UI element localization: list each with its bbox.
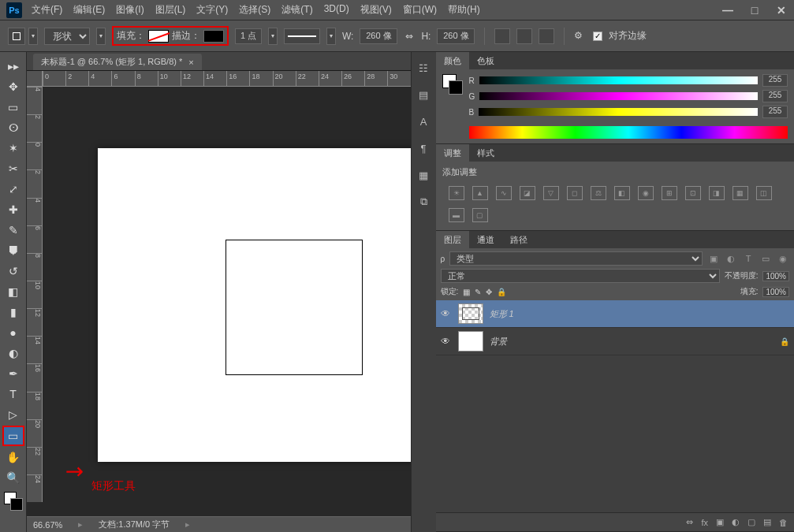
filter-type-icon[interactable]: T <box>742 252 755 265</box>
tool-preset-dropdown[interactable]: ▾ <box>28 28 38 45</box>
adj-poster-icon[interactable]: ▦ <box>732 186 748 200</box>
pen-tool[interactable]: ✒ <box>4 364 23 383</box>
menu-select[interactable]: 选择(S) <box>239 3 270 17</box>
stroke-swatch[interactable] <box>203 30 224 43</box>
tool-preset-icon[interactable] <box>8 28 25 45</box>
dodge-tool[interactable]: ◐ <box>4 344 23 363</box>
layer-row[interactable]: 👁 背景 🔒 <box>436 328 795 355</box>
brushes-icon[interactable]: ▦ <box>416 167 431 183</box>
menu-text[interactable]: 文字(Y) <box>196 3 228 17</box>
fg-bg-swatches[interactable] <box>442 74 463 95</box>
stroke-style-preview[interactable] <box>284 28 320 44</box>
rectangle-tool[interactable]: ▭ <box>2 426 24 446</box>
move-tool[interactable]: ✥ <box>4 77 23 96</box>
adj-exposure-icon[interactable]: ◪ <box>520 186 535 200</box>
adj-gradient-icon[interactable]: ▬ <box>449 208 464 222</box>
color-swatches[interactable] <box>4 492 23 511</box>
lock-pos-icon[interactable]: ✥ <box>486 288 492 296</box>
lock-all-icon[interactable]: 🔒 <box>497 288 506 296</box>
maximize-button[interactable]: □ <box>748 4 761 17</box>
ruler-horizontal[interactable]: 024681012141618202224262830 <box>43 71 411 87</box>
menu-help[interactable]: 帮助(H) <box>448 3 480 17</box>
r-value[interactable]: 255 <box>762 74 788 87</box>
align-edges-checkbox[interactable]: ✓ <box>593 32 602 41</box>
layer-mask-icon[interactable]: ▣ <box>716 517 724 527</box>
tab-paths[interactable]: 路径 <box>502 231 535 249</box>
blend-mode-select[interactable]: 正常 <box>441 269 720 283</box>
brush-tool[interactable]: ✎ <box>4 221 23 240</box>
magic-wand-tool[interactable]: ✶ <box>4 139 23 158</box>
fill-opacity-value[interactable]: 100% <box>762 287 789 297</box>
width-input[interactable] <box>360 28 397 44</box>
adj-bw-icon[interactable]: ◧ <box>614 186 630 200</box>
eyedropper-tool[interactable]: ⤢ <box>4 180 23 199</box>
menu-image[interactable]: 图像(I) <box>116 3 144 17</box>
tab-channels[interactable]: 通道 <box>469 231 502 249</box>
layer-thumbnail[interactable] <box>458 303 483 324</box>
expand-icon[interactable]: ▸▸ <box>4 57 23 76</box>
adj-curves-icon[interactable]: ∿ <box>496 186 512 200</box>
layer-thumbnail[interactable] <box>458 331 483 352</box>
crop-tool[interactable]: ✂ <box>4 159 23 178</box>
filter-adjust-icon[interactable]: ◐ <box>725 252 737 265</box>
link-layers-icon[interactable]: ⇔ <box>686 517 693 527</box>
menu-file[interactable]: 文件(F) <box>32 3 62 17</box>
height-input[interactable] <box>437 28 475 44</box>
adj-balance-icon[interactable]: ⚖ <box>591 186 606 200</box>
g-value[interactable]: 255 <box>762 90 788 102</box>
opacity-value[interactable]: 100% <box>762 271 789 281</box>
history-brush-tool[interactable]: ↺ <box>4 262 23 281</box>
adj-hue-icon[interactable]: ◻ <box>567 186 583 200</box>
character-icon[interactable]: A <box>416 113 431 129</box>
adj-threshold-icon[interactable]: ◫ <box>756 186 772 200</box>
gear-icon[interactable]: ⚙ <box>574 30 587 43</box>
close-button[interactable]: ✕ <box>775 4 788 17</box>
filter-pixel-icon[interactable]: ▣ <box>707 252 720 265</box>
tab-swatches[interactable]: 色板 <box>469 52 502 70</box>
gradient-tool[interactable]: ▮ <box>4 303 23 322</box>
filter-shape-icon[interactable]: ▭ <box>759 252 772 265</box>
layer-fx-icon[interactable]: fx <box>701 518 708 527</box>
history-icon[interactable]: ☷ <box>416 60 431 76</box>
new-adjust-icon[interactable]: ◐ <box>732 517 740 527</box>
lock-trans-icon[interactable]: ▦ <box>463 288 470 296</box>
r-slider[interactable] <box>479 76 758 84</box>
adj-lookup-icon[interactable]: ⊡ <box>685 186 701 200</box>
menu-view[interactable]: 视图(V) <box>360 3 392 17</box>
tab-adjust[interactable]: 调整 <box>436 144 469 162</box>
lasso-tool[interactable]: ⵙ <box>4 118 23 137</box>
adj-levels-icon[interactable]: ▲ <box>472 186 488 200</box>
layer-name[interactable]: 矩形 1 <box>490 308 514 320</box>
tab-styles[interactable]: 样式 <box>469 144 502 162</box>
new-group-icon[interactable]: ▢ <box>747 517 755 527</box>
rectangle-shape[interactable] <box>226 240 363 375</box>
fill-swatch[interactable] <box>148 30 169 43</box>
shape-mode-select[interactable]: 形状 <box>44 28 90 45</box>
new-layer-icon[interactable]: ▤ <box>763 517 771 527</box>
type-tool[interactable]: T <box>4 385 23 404</box>
g-slider[interactable] <box>479 92 758 100</box>
tab-layers[interactable]: 图层 <box>436 231 469 249</box>
b-slider[interactable] <box>479 108 758 116</box>
stamp-tool[interactable]: ⛊ <box>4 241 23 260</box>
menu-layer[interactable]: 图层(L) <box>155 3 186 17</box>
eraser-tool[interactable]: ◧ <box>4 282 23 301</box>
ruler-vertical[interactable]: 42024681012141618202224 <box>27 87 43 502</box>
zoom-tool[interactable]: 🔍 <box>4 468 23 487</box>
path-select-tool[interactable]: ▷ <box>4 405 23 424</box>
delete-layer-icon[interactable]: 🗑 <box>779 518 788 527</box>
spectrum-bar[interactable] <box>469 126 788 139</box>
path-combine-icon[interactable] <box>494 28 510 44</box>
lock-pixel-icon[interactable]: ✎ <box>475 288 481 296</box>
adj-mixer-icon[interactable]: ⊞ <box>662 186 677 200</box>
b-value[interactable]: 255 <box>762 106 788 118</box>
stroke-width-arrow[interactable]: ▾ <box>268 28 278 45</box>
stroke-style-arrow[interactable]: ▾ <box>326 28 336 45</box>
adj-photo-icon[interactable]: ◉ <box>638 186 654 200</box>
visibility-icon[interactable]: 👁 <box>441 308 452 319</box>
layer-row[interactable]: 👁 矩形 1 <box>436 300 795 328</box>
filter-smart-icon[interactable]: ◉ <box>777 252 789 265</box>
healing-tool[interactable]: ✚ <box>4 200 23 219</box>
minimize-button[interactable]: — <box>721 4 734 17</box>
paragraph-icon[interactable]: ¶ <box>416 140 431 156</box>
